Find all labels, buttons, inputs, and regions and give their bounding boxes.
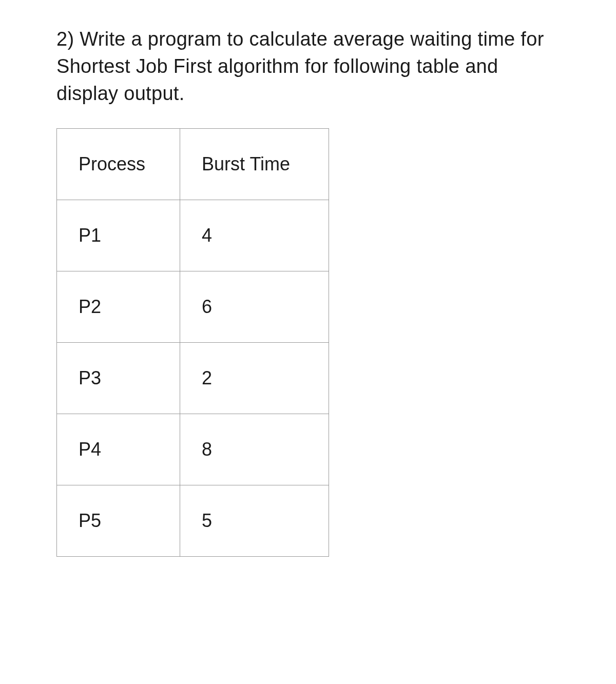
cell-process: P4 xyxy=(57,414,180,485)
cell-burst: 4 xyxy=(180,200,329,271)
cell-burst: 8 xyxy=(180,414,329,485)
table-row: P3 2 xyxy=(57,342,329,414)
table-row: P1 4 xyxy=(57,200,329,271)
table-row: P2 6 xyxy=(57,271,329,342)
table-row: P5 5 xyxy=(57,485,329,556)
process-table: Process Burst Time P1 4 P2 6 P3 2 P4 8 P… xyxy=(56,128,329,557)
cell-burst: 5 xyxy=(180,485,329,556)
cell-burst: 2 xyxy=(180,342,329,414)
header-burst: Burst Time xyxy=(180,128,329,200)
question-text: 2) Write a program to calculate average … xyxy=(56,26,560,108)
cell-process: P5 xyxy=(57,485,180,556)
cell-burst: 6 xyxy=(180,271,329,342)
header-process: Process xyxy=(57,128,180,200)
table-row: P4 8 xyxy=(57,414,329,485)
table-header-row: Process Burst Time xyxy=(57,128,329,200)
cell-process: P3 xyxy=(57,342,180,414)
cell-process: P1 xyxy=(57,200,180,271)
cell-process: P2 xyxy=(57,271,180,342)
